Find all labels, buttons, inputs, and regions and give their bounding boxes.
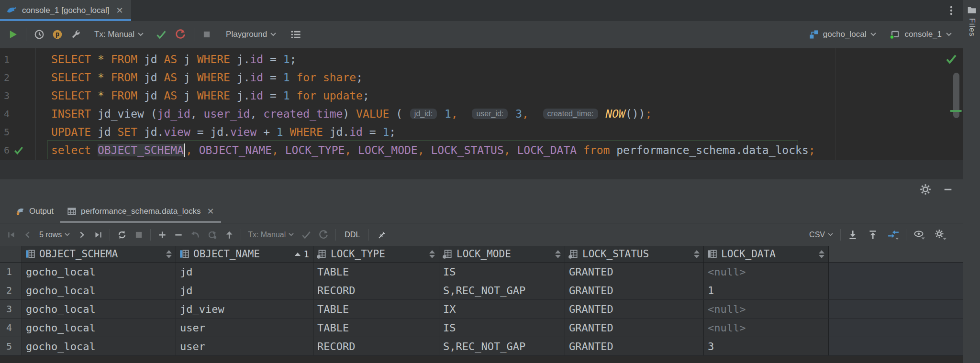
cell-lock_data[interactable]: 3 xyxy=(704,337,829,355)
editor-line[interactable]: 2SELECT * FROM jd AS j WHERE j.id = 1 fo… xyxy=(0,68,963,87)
rollback-button[interactable] xyxy=(175,29,186,40)
export-download-button[interactable] xyxy=(847,230,858,240)
pin-tab-button[interactable] xyxy=(376,230,386,240)
tab-data-locks[interactable]: performance_schema.data_locks ✕ xyxy=(60,199,221,223)
cell-lock_mode[interactable]: IS xyxy=(439,263,565,281)
editor-line[interactable]: 3SELECT * FROM jd AS j WHERE j.id = 1 fo… xyxy=(0,87,963,105)
grid-commit-button[interactable] xyxy=(301,230,312,240)
sort-toggle-icon[interactable] xyxy=(555,250,561,258)
row-number[interactable]: 3 xyxy=(0,300,22,318)
sort-toggle-icon[interactable] xyxy=(166,250,172,258)
first-page-button[interactable] xyxy=(7,230,16,240)
table-row[interactable]: 5gocho_localuserRECORDS,REC_NOT_GAPGRANT… xyxy=(0,337,963,356)
editor-line[interactable]: 1SELECT * FROM jd AS j WHERE j.id = 1; xyxy=(0,50,963,68)
column-header-lock_mode[interactable]: LOCK_MODE xyxy=(439,246,565,262)
column-header-object_schema[interactable]: OBJECT_SCHEMA xyxy=(22,246,176,262)
compare-button[interactable] xyxy=(888,230,899,240)
column-header-object_name[interactable]: OBJECT_NAME1 xyxy=(176,246,313,262)
cell-lock_mode[interactable]: S,REC_NOT_GAP xyxy=(439,281,565,299)
table-row[interactable]: 2gocho_localjdRECORDS,REC_NOT_GAPGRANTED… xyxy=(0,281,963,300)
table-view-button[interactable] xyxy=(290,29,301,40)
row-number[interactable]: 5 xyxy=(0,337,22,355)
cell-object_schema[interactable]: gocho_local xyxy=(22,300,176,318)
close-icon[interactable]: ✕ xyxy=(116,6,123,15)
minimize-icon[interactable] xyxy=(943,184,953,195)
cell-object_schema[interactable]: gocho_local xyxy=(22,263,176,281)
cell-object_schema[interactable]: gocho_local xyxy=(22,319,176,337)
cell-object_name[interactable]: user xyxy=(176,337,313,355)
import-upload-button[interactable] xyxy=(868,230,878,240)
cell-lock_status[interactable]: GRANTED xyxy=(565,319,704,337)
cell-object_name[interactable]: user xyxy=(176,319,313,337)
console-selector[interactable]: console_1 xyxy=(889,29,952,40)
submit-button[interactable] xyxy=(224,230,234,240)
files-tool-button[interactable]: Files xyxy=(967,6,977,37)
sql-editor[interactable]: 1SELECT * FROM jd AS j WHERE j.id = 1;2S… xyxy=(0,48,963,160)
row-number[interactable]: 4 xyxy=(0,319,22,337)
cell-object_schema[interactable]: gocho_local xyxy=(22,337,176,355)
view-options-eye-button[interactable] xyxy=(913,229,925,241)
cell-lock_mode[interactable]: IS xyxy=(439,319,565,337)
editor-line[interactable]: 5UPDATE jd SET jd.view = jd.view + 1 WHE… xyxy=(0,123,963,141)
cell-lock_status[interactable]: GRANTED xyxy=(565,263,704,281)
add-row-button[interactable] xyxy=(157,230,167,240)
revert-changes-button[interactable] xyxy=(207,230,218,240)
table-row[interactable]: 3gocho_localjd_viewTABLEIXGRANTED<null> xyxy=(0,300,963,319)
row-number[interactable]: 2 xyxy=(0,281,22,299)
row-number[interactable]: 1 xyxy=(0,263,22,281)
cell-lock_mode[interactable]: IX xyxy=(439,300,565,318)
ddl-button[interactable]: DDL xyxy=(345,231,360,239)
cell-object_name[interactable]: jd_view xyxy=(176,300,313,318)
column-header-lock_type[interactable]: LOCK_TYPE xyxy=(313,246,439,262)
cell-object_name[interactable]: jd xyxy=(176,281,313,299)
undo-button[interactable] xyxy=(190,230,200,240)
delete-row-button[interactable] xyxy=(174,230,183,240)
cell-object_schema[interactable]: gocho_local xyxy=(22,281,176,299)
column-header-lock_status[interactable]: LOCK_STATUS xyxy=(565,246,704,262)
export-format-selector[interactable]: CSV xyxy=(809,231,834,239)
reload-button[interactable] xyxy=(117,230,127,240)
grid-corner[interactable] xyxy=(0,246,22,262)
cell-lock_type[interactable]: TABLE xyxy=(313,263,439,281)
grid-rollback-button[interactable] xyxy=(318,230,329,240)
last-page-button[interactable] xyxy=(93,230,103,240)
cell-object_name[interactable]: jd xyxy=(176,263,313,281)
column-header-lock_data[interactable]: LOCK_DATA xyxy=(704,246,829,262)
next-page-button[interactable] xyxy=(77,230,87,240)
cell-lock_type[interactable]: TABLE xyxy=(313,319,439,337)
sort-toggle-icon[interactable] xyxy=(694,250,700,258)
sort-ascending-indicator[interactable]: 1 xyxy=(295,249,309,259)
cell-lock_data[interactable]: 1 xyxy=(704,281,829,299)
cell-lock_type[interactable]: RECORD xyxy=(313,337,439,355)
stop-button[interactable] xyxy=(202,30,212,39)
parameters-button[interactable]: p xyxy=(52,29,63,40)
schema-selector[interactable]: gocho_local xyxy=(809,29,877,40)
editor-line[interactable]: 4INSERT jd_view (jd_id, user_id, created… xyxy=(0,105,963,123)
wrench-icon[interactable] xyxy=(70,29,81,40)
cell-lock_status[interactable]: GRANTED xyxy=(565,337,704,355)
cell-lock_status[interactable]: GRANTED xyxy=(565,300,704,318)
inspections-ok-icon[interactable] xyxy=(945,53,958,65)
editor-tab-console[interactable]: console_1 [gocho_local] ✕ xyxy=(0,0,131,21)
tx-mode-selector[interactable]: Tx: Manual xyxy=(94,30,144,39)
cell-lock_type[interactable]: TABLE xyxy=(313,300,439,318)
stop-query-button[interactable] xyxy=(134,230,144,240)
sort-toggle-icon[interactable] xyxy=(429,250,435,258)
grid-tx-mode-selector[interactable]: Tx: Manual xyxy=(248,231,294,239)
commit-button[interactable] xyxy=(156,29,167,40)
grid-settings-gear-button[interactable] xyxy=(934,229,947,241)
cell-lock_status[interactable]: GRANTED xyxy=(565,281,704,299)
sort-toggle-icon[interactable] xyxy=(819,250,824,258)
table-row[interactable]: 4gocho_localuserTABLEISGRANTED<null> xyxy=(0,319,963,337)
panel-settings-gear-icon[interactable] xyxy=(920,184,931,195)
cell-lock_data[interactable]: <null> xyxy=(704,263,829,281)
close-icon[interactable]: ✕ xyxy=(207,207,214,216)
tab-output[interactable]: Output xyxy=(9,199,60,223)
playground-selector[interactable]: Playground xyxy=(226,30,277,39)
kebab-menu-icon[interactable] xyxy=(947,5,956,16)
table-row[interactable]: 1gocho_localjdTABLEISGRANTED<null> xyxy=(0,263,963,281)
cell-lock_data[interactable]: <null> xyxy=(704,319,829,337)
previous-page-button[interactable] xyxy=(23,230,33,240)
run-button[interactable] xyxy=(8,29,18,40)
cell-lock_data[interactable]: <null> xyxy=(704,300,829,318)
